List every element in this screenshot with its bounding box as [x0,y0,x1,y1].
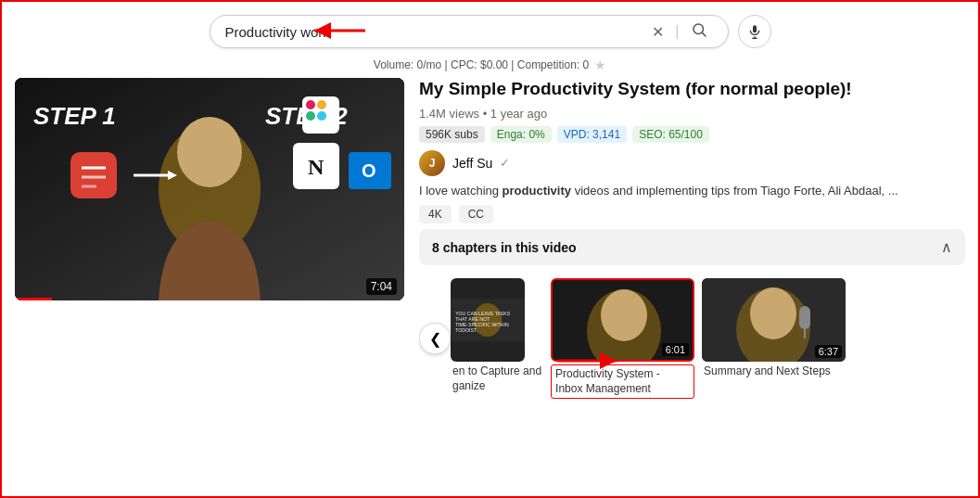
chapters-content: ❮ YOU CAN LEAVE TASKS THAT ARE NOT TIME-… [419,271,965,402]
svg-text:N: N [308,155,325,179]
description-bold: productivity [503,184,571,198]
search-bar: ✕ | [210,15,729,48]
chapters-prev-button[interactable]: ❮ [419,323,451,354]
svg-text:YOU CAN LEAVE TASKS: YOU CAN LEAVE TASKS [455,311,511,316]
svg-text:TODOIST.: TODOIST. [455,328,477,334]
stat-seo: SEO: 65/100 [632,126,709,143]
verified-icon: ✓ [500,156,510,170]
svg-rect-39 [804,329,806,338]
chapter-duration-2: 6:37 [815,345,842,358]
stat-vpd: VPD: 3,141 [557,126,627,143]
video-duration: 7:04 [366,278,397,295]
chapter-card-1[interactable]: 6:01 Productivity System -Inbox Manageme… [551,278,694,399]
svg-line-1 [702,32,706,36]
mic-button[interactable] [738,15,771,48]
page-wrapper: ✕ | [2,2,978,496]
video-meta: 1.4M views • 1 year ago [419,107,965,121]
chapter-arrow [554,347,628,375]
chevron-up-icon: ∧ [941,238,952,256]
chapter-card-0[interactable]: YOU CAN LEAVE TASKS THAT ARE NOT TIME-SP… [451,278,543,399]
main-content: STEP 1 STEP 2 N O [15,78,965,487]
search-input[interactable] [225,24,647,40]
tags-row: 4K CC [419,205,965,223]
tag-4k: 4K [419,205,452,223]
stat-enga: Enga: 0% [490,126,552,143]
chapters-header[interactable]: 8 chapters in this video ∧ [419,229,965,265]
svg-point-23 [317,100,326,109]
volume-text: Volume: 0/mo | CPC: $0.00 | Competition:… [374,58,589,71]
video-thumbnail[interactable]: STEP 1 STEP 2 N O [15,78,404,300]
thumbnail-image: STEP 1 STEP 2 N O [15,78,404,300]
svg-rect-38 [799,306,810,329]
chapters-title: 8 chapters in this video [432,240,577,255]
svg-rect-2 [753,25,757,32]
svg-point-0 [694,24,704,34]
svg-point-9 [177,117,242,187]
svg-text:STEP 1: STEP 1 [33,102,116,130]
progress-bar [15,298,52,300]
chapters-scroll: YOU CAN LEAVE TASKS THAT ARE NOT TIME-SP… [451,278,965,399]
svg-point-24 [306,111,315,121]
chapter-duration-1: 6:01 [662,343,689,356]
right-panel: My Simple Productivity System (for norma… [419,78,965,487]
stats-row: 596K subs Enga: 0% VPD: 3,141 SEO: 65/10… [419,126,965,143]
svg-text:THAT ARE NOT: THAT ARE NOT [455,316,490,322]
author-name[interactable]: Jeff Su [452,156,492,171]
chapter-thumb-2: 6:37 [702,278,846,362]
tag-cc: CC [459,205,493,223]
star-icon[interactable]: ★ [594,57,606,72]
chapter-label-2: Summary and Next Steps [702,364,846,379]
clear-icon[interactable]: ✕ [646,23,669,41]
description: I love watching productivity videos and … [419,182,965,200]
video-title[interactable]: My Simple Productivity System (for norma… [419,78,965,101]
avatar: J [419,150,445,176]
chapter-card-2[interactable]: 6:37 Summary and Next Steps [702,278,846,399]
chapter-thumb-0: YOU CAN LEAVE TASKS THAT ARE NOT TIME-SP… [451,278,525,362]
chapter-label-0: en to Capture andganize [451,364,543,393]
stat-subs: 596K subs [419,126,485,143]
svg-text:TIME-SPECIFIC WITHIN: TIME-SPECIFIC WITHIN [455,322,509,327]
svg-point-25 [317,111,326,121]
svg-rect-12 [70,152,117,198]
svg-text:O: O [362,160,376,181]
svg-point-34 [601,289,647,341]
svg-point-22 [306,100,315,109]
search-icon[interactable] [685,21,713,42]
search-row: ✕ | [15,11,965,52]
author-row: J Jeff Su ✓ [419,150,965,176]
volume-row: Volume: 0/mo | CPC: $0.00 | Competition:… [15,57,965,72]
svg-point-37 [750,287,796,339]
search-arrow [305,17,370,45]
